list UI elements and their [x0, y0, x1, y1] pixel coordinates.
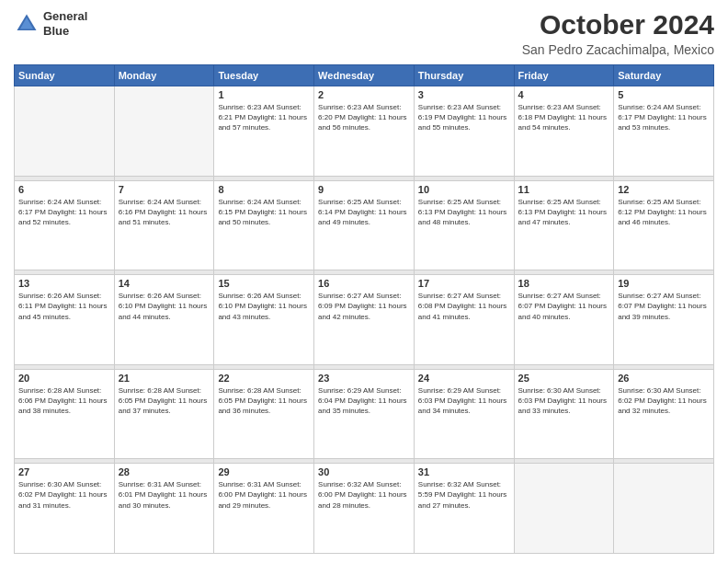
day-number: 26	[618, 373, 710, 384]
day-number: 18	[518, 278, 610, 289]
day-info: Sunrise: 6:26 AM Sunset: 6:10 PM Dayligh…	[119, 291, 210, 322]
day-info: Sunrise: 6:30 AM Sunset: 6:02 PM Dayligh…	[618, 385, 710, 417]
calendar-cell: 23Sunrise: 6:29 AM Sunset: 6:04 PM Dayli…	[314, 369, 415, 459]
calendar-table: SundayMondayTuesdayWednesdayThursdayFrid…	[14, 64, 714, 554]
day-info: Sunrise: 6:28 AM Sunset: 6:06 PM Dayligh…	[18, 385, 110, 417]
day-number: 27	[18, 466, 110, 477]
day-info: Sunrise: 6:27 AM Sunset: 6:07 PM Dayligh…	[518, 291, 610, 322]
weekday-header: Monday	[114, 65, 214, 86]
calendar-cell: 21Sunrise: 6:28 AM Sunset: 6:05 PM Dayli…	[114, 369, 214, 459]
day-number: 7	[119, 184, 210, 195]
weekday-header: Friday	[514, 65, 614, 86]
day-number: 11	[518, 184, 610, 195]
day-info: Sunrise: 6:32 AM Sunset: 5:59 PM Dayligh…	[418, 479, 510, 511]
calendar-cell: 14Sunrise: 6:26 AM Sunset: 6:10 PM Dayli…	[114, 275, 214, 365]
calendar-cell: 15Sunrise: 6:26 AM Sunset: 6:10 PM Dayli…	[214, 275, 314, 365]
day-number: 30	[318, 466, 410, 477]
day-number: 12	[618, 184, 710, 195]
day-number: 14	[119, 278, 210, 289]
header: General Blue October 2024 San Pedro Zaca…	[14, 9, 714, 57]
day-info: Sunrise: 6:29 AM Sunset: 6:03 PM Dayligh…	[418, 385, 510, 417]
day-number: 15	[218, 278, 310, 289]
logo-icon	[14, 11, 40, 37]
day-info: Sunrise: 6:25 AM Sunset: 6:14 PM Dayligh…	[318, 197, 410, 228]
calendar-cell: 13Sunrise: 6:26 AM Sunset: 6:11 PM Dayli…	[15, 275, 115, 365]
day-info: Sunrise: 6:24 AM Sunset: 6:17 PM Dayligh…	[618, 102, 710, 133]
calendar-cell: 12Sunrise: 6:25 AM Sunset: 6:12 PM Dayli…	[614, 180, 714, 270]
day-info: Sunrise: 6:28 AM Sunset: 6:05 PM Dayligh…	[218, 385, 310, 417]
logo-text: General Blue	[43, 9, 87, 38]
day-info: Sunrise: 6:31 AM Sunset: 6:00 PM Dayligh…	[218, 479, 310, 511]
day-info: Sunrise: 6:26 AM Sunset: 6:11 PM Dayligh…	[18, 291, 110, 322]
day-info: Sunrise: 6:26 AM Sunset: 6:10 PM Dayligh…	[218, 291, 310, 322]
day-info: Sunrise: 6:24 AM Sunset: 6:15 PM Dayligh…	[218, 197, 310, 228]
calendar-cell: 1Sunrise: 6:23 AM Sunset: 6:21 PM Daylig…	[214, 86, 314, 177]
main-title: October 2024	[522, 9, 714, 40]
day-number: 21	[119, 373, 210, 384]
weekday-header: Tuesday	[214, 65, 314, 86]
calendar-cell	[514, 464, 614, 554]
day-info: Sunrise: 6:25 AM Sunset: 6:13 PM Dayligh…	[518, 197, 610, 228]
day-info: Sunrise: 6:29 AM Sunset: 6:04 PM Dayligh…	[318, 385, 410, 417]
day-number: 2	[318, 89, 410, 100]
calendar-cell: 7Sunrise: 6:24 AM Sunset: 6:16 PM Daylig…	[114, 180, 214, 270]
calendar-cell: 18Sunrise: 6:27 AM Sunset: 6:07 PM Dayli…	[514, 275, 614, 365]
calendar-cell: 22Sunrise: 6:28 AM Sunset: 6:05 PM Dayli…	[214, 369, 314, 459]
day-number: 28	[119, 466, 210, 477]
calendar-cell: 16Sunrise: 6:27 AM Sunset: 6:09 PM Dayli…	[314, 275, 415, 365]
day-number: 23	[318, 373, 410, 384]
day-number: 10	[418, 184, 510, 195]
day-info: Sunrise: 6:23 AM Sunset: 6:19 PM Dayligh…	[418, 102, 510, 133]
day-info: Sunrise: 6:23 AM Sunset: 6:20 PM Dayligh…	[318, 102, 410, 133]
day-number: 8	[218, 184, 310, 195]
day-info: Sunrise: 6:30 AM Sunset: 6:03 PM Dayligh…	[518, 385, 610, 417]
day-number: 22	[218, 373, 310, 384]
calendar-cell: 24Sunrise: 6:29 AM Sunset: 6:03 PM Dayli…	[414, 369, 514, 459]
weekday-header: Saturday	[614, 65, 714, 86]
day-number: 17	[418, 278, 510, 289]
calendar-cell: 17Sunrise: 6:27 AM Sunset: 6:08 PM Dayli…	[414, 275, 514, 365]
page: General Blue October 2024 San Pedro Zaca…	[0, 0, 728, 563]
day-info: Sunrise: 6:25 AM Sunset: 6:12 PM Dayligh…	[618, 197, 710, 228]
day-number: 3	[418, 89, 510, 100]
calendar-cell	[15, 86, 115, 177]
day-number: 9	[318, 184, 410, 195]
day-info: Sunrise: 6:32 AM Sunset: 6:00 PM Dayligh…	[318, 479, 410, 511]
calendar-cell: 29Sunrise: 6:31 AM Sunset: 6:00 PM Dayli…	[214, 464, 314, 554]
day-info: Sunrise: 6:27 AM Sunset: 6:07 PM Dayligh…	[618, 291, 710, 322]
day-number: 19	[618, 278, 710, 289]
calendar-cell: 5Sunrise: 6:24 AM Sunset: 6:17 PM Daylig…	[614, 86, 714, 177]
day-number: 20	[18, 373, 110, 384]
day-number: 13	[18, 278, 110, 289]
calendar-cell: 10Sunrise: 6:25 AM Sunset: 6:13 PM Dayli…	[414, 180, 514, 270]
title-block: October 2024 San Pedro Zacachimalpa, Mex…	[522, 9, 714, 57]
calendar-cell	[114, 86, 214, 177]
day-number: 6	[18, 184, 110, 195]
weekday-header: Thursday	[414, 65, 514, 86]
weekday-header: Wednesday	[314, 65, 415, 86]
calendar-cell: 31Sunrise: 6:32 AM Sunset: 5:59 PM Dayli…	[414, 464, 514, 554]
day-number: 24	[418, 373, 510, 384]
calendar-cell: 9Sunrise: 6:25 AM Sunset: 6:14 PM Daylig…	[314, 180, 415, 270]
day-number: 1	[218, 89, 310, 100]
calendar-cell: 26Sunrise: 6:30 AM Sunset: 6:02 PM Dayli…	[614, 369, 714, 459]
day-info: Sunrise: 6:31 AM Sunset: 6:01 PM Dayligh…	[119, 479, 210, 511]
calendar-cell: 3Sunrise: 6:23 AM Sunset: 6:19 PM Daylig…	[414, 86, 514, 177]
calendar-cell: 11Sunrise: 6:25 AM Sunset: 6:13 PM Dayli…	[514, 180, 614, 270]
weekday-header: Sunday	[15, 65, 115, 86]
day-info: Sunrise: 6:24 AM Sunset: 6:17 PM Dayligh…	[18, 197, 110, 228]
subtitle: San Pedro Zacachimalpa, Mexico	[522, 42, 714, 57]
day-info: Sunrise: 6:23 AM Sunset: 6:21 PM Dayligh…	[218, 102, 310, 133]
day-number: 25	[518, 373, 610, 384]
calendar-cell: 8Sunrise: 6:24 AM Sunset: 6:15 PM Daylig…	[214, 180, 314, 270]
day-info: Sunrise: 6:30 AM Sunset: 6:02 PM Dayligh…	[18, 479, 110, 511]
calendar-cell: 6Sunrise: 6:24 AM Sunset: 6:17 PM Daylig…	[15, 180, 115, 270]
day-number: 29	[218, 466, 310, 477]
calendar-cell: 28Sunrise: 6:31 AM Sunset: 6:01 PM Dayli…	[114, 464, 214, 554]
calendar-cell	[614, 464, 714, 554]
calendar-cell: 27Sunrise: 6:30 AM Sunset: 6:02 PM Dayli…	[15, 464, 115, 554]
day-info: Sunrise: 6:25 AM Sunset: 6:13 PM Dayligh…	[418, 197, 510, 228]
calendar-cell: 20Sunrise: 6:28 AM Sunset: 6:06 PM Dayli…	[15, 369, 115, 459]
calendar-cell: 25Sunrise: 6:30 AM Sunset: 6:03 PM Dayli…	[514, 369, 614, 459]
day-info: Sunrise: 6:24 AM Sunset: 6:16 PM Dayligh…	[119, 197, 210, 228]
